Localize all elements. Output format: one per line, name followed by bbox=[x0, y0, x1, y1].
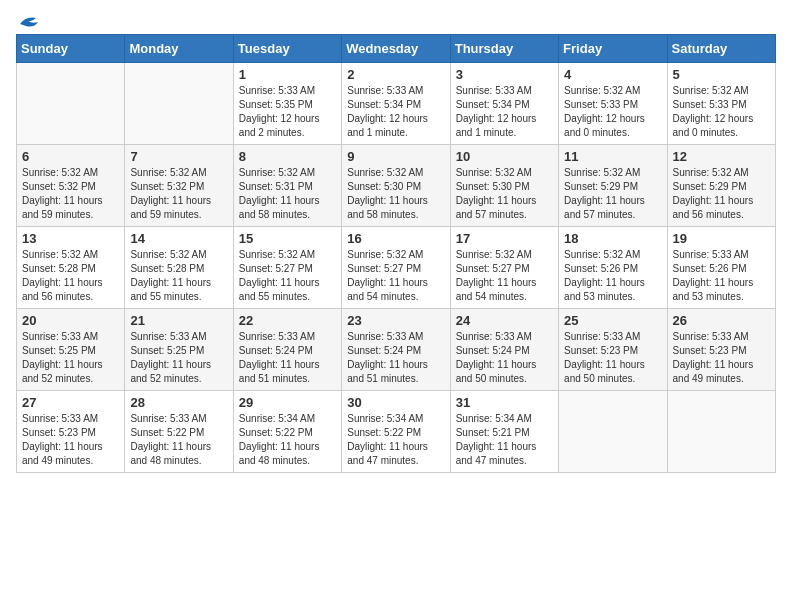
calendar-cell: 26Sunrise: 5:33 AMSunset: 5:23 PMDayligh… bbox=[667, 309, 775, 391]
calendar-cell: 21Sunrise: 5:33 AMSunset: 5:25 PMDayligh… bbox=[125, 309, 233, 391]
calendar-week-4: 20Sunrise: 5:33 AMSunset: 5:25 PMDayligh… bbox=[17, 309, 776, 391]
day-info: Sunrise: 5:33 AMSunset: 5:23 PMDaylight:… bbox=[564, 330, 661, 386]
calendar-cell: 12Sunrise: 5:32 AMSunset: 5:29 PMDayligh… bbox=[667, 145, 775, 227]
calendar-cell: 17Sunrise: 5:32 AMSunset: 5:27 PMDayligh… bbox=[450, 227, 558, 309]
calendar-cell: 23Sunrise: 5:33 AMSunset: 5:24 PMDayligh… bbox=[342, 309, 450, 391]
day-number: 14 bbox=[130, 231, 227, 246]
day-number: 24 bbox=[456, 313, 553, 328]
day-number: 26 bbox=[673, 313, 770, 328]
day-number: 19 bbox=[673, 231, 770, 246]
day-info: Sunrise: 5:32 AMSunset: 5:32 PMDaylight:… bbox=[22, 166, 119, 222]
day-info: Sunrise: 5:33 AMSunset: 5:35 PMDaylight:… bbox=[239, 84, 336, 140]
day-number: 31 bbox=[456, 395, 553, 410]
calendar-cell: 25Sunrise: 5:33 AMSunset: 5:23 PMDayligh… bbox=[559, 309, 667, 391]
day-info: Sunrise: 5:32 AMSunset: 5:33 PMDaylight:… bbox=[564, 84, 661, 140]
day-number: 5 bbox=[673, 67, 770, 82]
day-number: 22 bbox=[239, 313, 336, 328]
calendar-cell bbox=[17, 63, 125, 145]
day-number: 8 bbox=[239, 149, 336, 164]
day-number: 3 bbox=[456, 67, 553, 82]
calendar-cell: 15Sunrise: 5:32 AMSunset: 5:27 PMDayligh… bbox=[233, 227, 341, 309]
calendar-cell: 8Sunrise: 5:32 AMSunset: 5:31 PMDaylight… bbox=[233, 145, 341, 227]
calendar-cell: 9Sunrise: 5:32 AMSunset: 5:30 PMDaylight… bbox=[342, 145, 450, 227]
day-info: Sunrise: 5:33 AMSunset: 5:24 PMDaylight:… bbox=[347, 330, 444, 386]
day-number: 16 bbox=[347, 231, 444, 246]
calendar-cell: 13Sunrise: 5:32 AMSunset: 5:28 PMDayligh… bbox=[17, 227, 125, 309]
day-info: Sunrise: 5:33 AMSunset: 5:24 PMDaylight:… bbox=[239, 330, 336, 386]
page-header bbox=[16, 16, 776, 26]
calendar-cell: 10Sunrise: 5:32 AMSunset: 5:30 PMDayligh… bbox=[450, 145, 558, 227]
calendar-cell: 4Sunrise: 5:32 AMSunset: 5:33 PMDaylight… bbox=[559, 63, 667, 145]
calendar-cell: 18Sunrise: 5:32 AMSunset: 5:26 PMDayligh… bbox=[559, 227, 667, 309]
calendar-header-row: SundayMondayTuesdayWednesdayThursdayFrid… bbox=[17, 35, 776, 63]
calendar-table: SundayMondayTuesdayWednesdayThursdayFrid… bbox=[16, 34, 776, 473]
day-info: Sunrise: 5:32 AMSunset: 5:28 PMDaylight:… bbox=[22, 248, 119, 304]
calendar-cell: 19Sunrise: 5:33 AMSunset: 5:26 PMDayligh… bbox=[667, 227, 775, 309]
day-info: Sunrise: 5:34 AMSunset: 5:22 PMDaylight:… bbox=[239, 412, 336, 468]
calendar-cell: 2Sunrise: 5:33 AMSunset: 5:34 PMDaylight… bbox=[342, 63, 450, 145]
day-info: Sunrise: 5:32 AMSunset: 5:27 PMDaylight:… bbox=[456, 248, 553, 304]
day-info: Sunrise: 5:32 AMSunset: 5:28 PMDaylight:… bbox=[130, 248, 227, 304]
column-header-wednesday: Wednesday bbox=[342, 35, 450, 63]
day-info: Sunrise: 5:33 AMSunset: 5:23 PMDaylight:… bbox=[22, 412, 119, 468]
day-info: Sunrise: 5:32 AMSunset: 5:26 PMDaylight:… bbox=[564, 248, 661, 304]
day-number: 28 bbox=[130, 395, 227, 410]
calendar-cell: 27Sunrise: 5:33 AMSunset: 5:23 PMDayligh… bbox=[17, 391, 125, 473]
day-info: Sunrise: 5:32 AMSunset: 5:27 PMDaylight:… bbox=[239, 248, 336, 304]
day-number: 23 bbox=[347, 313, 444, 328]
day-info: Sunrise: 5:34 AMSunset: 5:21 PMDaylight:… bbox=[456, 412, 553, 468]
calendar-cell bbox=[667, 391, 775, 473]
calendar-cell: 3Sunrise: 5:33 AMSunset: 5:34 PMDaylight… bbox=[450, 63, 558, 145]
day-info: Sunrise: 5:34 AMSunset: 5:22 PMDaylight:… bbox=[347, 412, 444, 468]
day-number: 20 bbox=[22, 313, 119, 328]
day-info: Sunrise: 5:32 AMSunset: 5:30 PMDaylight:… bbox=[347, 166, 444, 222]
calendar-cell: 5Sunrise: 5:32 AMSunset: 5:33 PMDaylight… bbox=[667, 63, 775, 145]
day-number: 7 bbox=[130, 149, 227, 164]
day-info: Sunrise: 5:33 AMSunset: 5:26 PMDaylight:… bbox=[673, 248, 770, 304]
column-header-saturday: Saturday bbox=[667, 35, 775, 63]
calendar-cell: 30Sunrise: 5:34 AMSunset: 5:22 PMDayligh… bbox=[342, 391, 450, 473]
day-info: Sunrise: 5:32 AMSunset: 5:33 PMDaylight:… bbox=[673, 84, 770, 140]
day-number: 15 bbox=[239, 231, 336, 246]
day-info: Sunrise: 5:33 AMSunset: 5:22 PMDaylight:… bbox=[130, 412, 227, 468]
calendar-cell: 20Sunrise: 5:33 AMSunset: 5:25 PMDayligh… bbox=[17, 309, 125, 391]
day-number: 6 bbox=[22, 149, 119, 164]
calendar-cell: 7Sunrise: 5:32 AMSunset: 5:32 PMDaylight… bbox=[125, 145, 233, 227]
day-number: 17 bbox=[456, 231, 553, 246]
calendar-cell: 11Sunrise: 5:32 AMSunset: 5:29 PMDayligh… bbox=[559, 145, 667, 227]
day-number: 12 bbox=[673, 149, 770, 164]
day-info: Sunrise: 5:33 AMSunset: 5:24 PMDaylight:… bbox=[456, 330, 553, 386]
calendar-cell: 14Sunrise: 5:32 AMSunset: 5:28 PMDayligh… bbox=[125, 227, 233, 309]
calendar-week-2: 6Sunrise: 5:32 AMSunset: 5:32 PMDaylight… bbox=[17, 145, 776, 227]
day-number: 25 bbox=[564, 313, 661, 328]
column-header-sunday: Sunday bbox=[17, 35, 125, 63]
calendar-cell: 6Sunrise: 5:32 AMSunset: 5:32 PMDaylight… bbox=[17, 145, 125, 227]
calendar-cell: 24Sunrise: 5:33 AMSunset: 5:24 PMDayligh… bbox=[450, 309, 558, 391]
day-number: 2 bbox=[347, 67, 444, 82]
day-info: Sunrise: 5:32 AMSunset: 5:27 PMDaylight:… bbox=[347, 248, 444, 304]
day-number: 27 bbox=[22, 395, 119, 410]
calendar-week-3: 13Sunrise: 5:32 AMSunset: 5:28 PMDayligh… bbox=[17, 227, 776, 309]
column-header-thursday: Thursday bbox=[450, 35, 558, 63]
calendar-cell: 29Sunrise: 5:34 AMSunset: 5:22 PMDayligh… bbox=[233, 391, 341, 473]
day-info: Sunrise: 5:32 AMSunset: 5:30 PMDaylight:… bbox=[456, 166, 553, 222]
day-number: 13 bbox=[22, 231, 119, 246]
day-number: 29 bbox=[239, 395, 336, 410]
column-header-tuesday: Tuesday bbox=[233, 35, 341, 63]
day-number: 4 bbox=[564, 67, 661, 82]
day-info: Sunrise: 5:32 AMSunset: 5:29 PMDaylight:… bbox=[564, 166, 661, 222]
calendar-cell: 28Sunrise: 5:33 AMSunset: 5:22 PMDayligh… bbox=[125, 391, 233, 473]
column-header-monday: Monday bbox=[125, 35, 233, 63]
day-number: 18 bbox=[564, 231, 661, 246]
day-number: 1 bbox=[239, 67, 336, 82]
day-info: Sunrise: 5:33 AMSunset: 5:34 PMDaylight:… bbox=[456, 84, 553, 140]
day-info: Sunrise: 5:33 AMSunset: 5:25 PMDaylight:… bbox=[130, 330, 227, 386]
column-header-friday: Friday bbox=[559, 35, 667, 63]
day-number: 9 bbox=[347, 149, 444, 164]
day-info: Sunrise: 5:32 AMSunset: 5:29 PMDaylight:… bbox=[673, 166, 770, 222]
calendar-cell: 1Sunrise: 5:33 AMSunset: 5:35 PMDaylight… bbox=[233, 63, 341, 145]
calendar-week-1: 1Sunrise: 5:33 AMSunset: 5:35 PMDaylight… bbox=[17, 63, 776, 145]
calendar-cell: 16Sunrise: 5:32 AMSunset: 5:27 PMDayligh… bbox=[342, 227, 450, 309]
day-number: 21 bbox=[130, 313, 227, 328]
calendar-cell bbox=[125, 63, 233, 145]
